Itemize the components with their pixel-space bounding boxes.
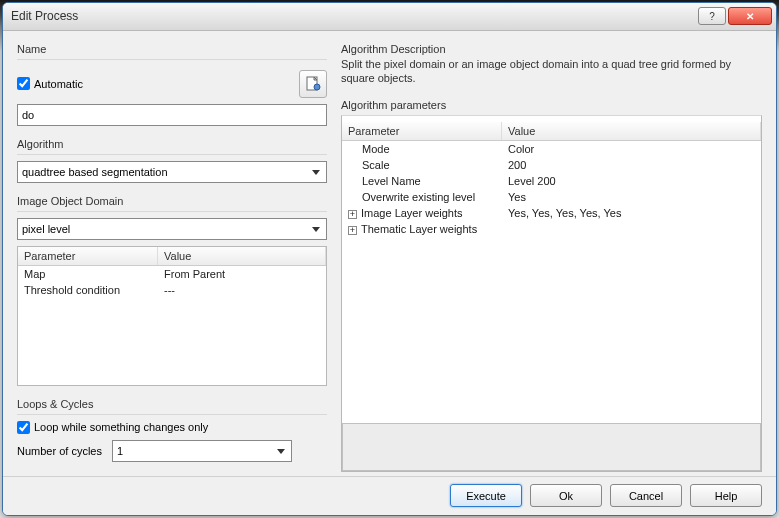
domain-combo[interactable]: pixel level [17,218,327,240]
svg-point-1 [314,84,320,90]
expand-icon[interactable]: + [348,226,357,235]
algorithm-param-table: Parameter Value ModeColor Scale200 Level… [341,115,762,472]
expand-icon[interactable]: + [348,210,357,219]
table-row[interactable]: +Image Layer weightsYes, Yes, Yes, Yes, … [342,205,761,221]
footer: Execute Ok Cancel Help [3,476,776,515]
domain-col-value[interactable]: Value [158,247,326,265]
loops-section-label: Loops & Cycles [17,398,327,410]
table-row[interactable]: Threshold condition --- [18,282,326,298]
table-row[interactable]: +Thematic Layer weights [342,221,761,237]
domain-col-parameter[interactable]: Parameter [18,247,158,265]
algorithm-section-label: Algorithm [17,138,327,150]
document-icon-button[interactable] [299,70,327,98]
algo-col-value[interactable]: Value [502,122,761,140]
titlebar: Edit Process ? ✕ [3,3,776,31]
table-row[interactable]: Level NameLevel 200 [342,173,761,189]
table-row[interactable]: Overwrite existing levelYes [342,189,761,205]
domain-section-label: Image Object Domain [17,195,327,207]
loop-checkbox[interactable] [17,421,30,434]
loop-checkbox-row[interactable]: Loop while something changes only [17,421,327,434]
left-panel: Name Automatic Algorithm quadtree based … [17,41,327,472]
cycles-combo[interactable]: 1 [112,440,292,462]
domain-table-body: Map From Parent Threshold condition --- [18,266,326,298]
cancel-button[interactable]: Cancel [610,484,682,507]
window-title: Edit Process [11,9,698,23]
name-input[interactable] [17,104,327,126]
algo-col-parameter[interactable]: Parameter [342,122,502,140]
right-panel: Algorithm Description Split the pixel do… [341,41,762,472]
loop-label: Loop while something changes only [34,421,208,433]
param-detail-box [342,423,761,471]
window-buttons: ? ✕ [698,7,772,25]
algorithm-combo[interactable]: quadtree based segmentation [17,161,327,183]
help-button[interactable]: Help [690,484,762,507]
domain-param-table: Parameter Value Map From Parent Threshol… [17,246,327,386]
description-label: Algorithm Description [341,43,762,55]
algo-table-body: ModeColor Scale200 Level NameLevel 200 O… [342,141,761,237]
table-row[interactable]: ModeColor [342,141,761,157]
content-area: Name Automatic Algorithm quadtree based … [3,31,776,476]
table-row[interactable]: Map From Parent [18,266,326,282]
help-icon[interactable]: ? [698,7,726,25]
params-label: Algorithm parameters [341,99,762,111]
automatic-checkbox[interactable] [17,77,30,90]
dialog-window: Edit Process ? ✕ Name Automatic [2,2,777,516]
automatic-label: Automatic [34,78,83,90]
description-text: Split the pixel domain or an image objec… [341,57,762,87]
execute-button[interactable]: Execute [450,484,522,507]
ok-button[interactable]: Ok [530,484,602,507]
close-icon[interactable]: ✕ [728,7,772,25]
cycles-label: Number of cycles [17,445,102,457]
table-row[interactable]: Scale200 [342,157,761,173]
automatic-checkbox-row[interactable]: Automatic [17,77,83,90]
name-section-label: Name [17,43,327,55]
